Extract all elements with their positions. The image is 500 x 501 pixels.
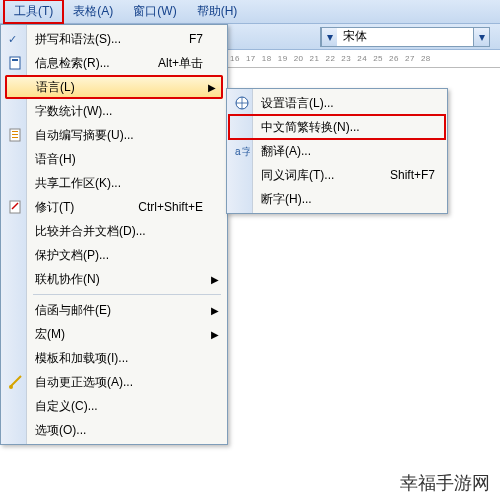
svg-text:✓: ✓ [8, 33, 17, 45]
menu-item-letters-mail[interactable]: 信函与邮件(E) ▶ [3, 298, 225, 322]
ruler-tick: 21 [310, 54, 320, 63]
ruler-tick: 25 [373, 54, 383, 63]
menu-label: 自动更正选项(A)... [35, 374, 203, 391]
menu-item-language[interactable]: 语言(L) ▶ [5, 75, 223, 99]
menu-item-track-changes[interactable]: 修订(T) Ctrl+Shift+E [3, 195, 225, 219]
menu-item-research[interactable]: 信息检索(R)... Alt+单击 [3, 51, 225, 75]
menu-item-shared-workspace[interactable]: 共享工作区(K)... [3, 171, 225, 195]
ruler-tick: 18 [262, 54, 272, 63]
submenu-label: 中文简繁转换(N)... [261, 119, 435, 136]
submenu-item-thesaurus[interactable]: 同义词库(T)... Shift+F7 [229, 163, 445, 187]
svg-rect-2 [12, 59, 18, 61]
submenu-item-hyphenation[interactable]: 断字(H)... [229, 187, 445, 211]
submenu-shortcut: Shift+F7 [390, 168, 435, 182]
menu-label: 自定义(C)... [35, 398, 203, 415]
ruler-tick: 28 [421, 54, 431, 63]
ruler-tick: 22 [325, 54, 335, 63]
menu-label: 信息检索(R)... [35, 55, 148, 72]
menu-item-autocorrect[interactable]: 自动更正选项(A)... [3, 370, 225, 394]
menu-label: 保护文档(P)... [35, 247, 203, 264]
menu-label: 语言(L) [36, 79, 200, 96]
submenu-arrow-icon: ▶ [208, 82, 216, 93]
menu-label: 自动编写摘要(U)... [35, 127, 203, 144]
menu-label: 联机协作(N) [35, 271, 203, 288]
menu-item-macro[interactable]: 宏(M) ▶ [3, 322, 225, 346]
menu-item-speech[interactable]: 语音(H) [3, 147, 225, 171]
menu-table[interactable]: 表格(A) [63, 0, 123, 23]
submenu-arrow-icon: ▶ [211, 305, 219, 316]
menu-window[interactable]: 窗口(W) [123, 0, 186, 23]
menu-label: 语音(H) [35, 151, 203, 168]
menu-label: 拼写和语法(S)... [35, 31, 179, 48]
watermark-text: 幸福手游网 [400, 471, 490, 495]
menu-label: 修订(T) [35, 199, 128, 216]
menu-item-customize[interactable]: 自定义(C)... [3, 394, 225, 418]
menu-tools[interactable]: 工具(T) [4, 0, 63, 23]
submenu-item-set-language[interactable]: 设置语言(L)... [229, 91, 445, 115]
svg-rect-6 [12, 137, 18, 138]
set-language-icon [234, 95, 250, 111]
spelling-icon: ✓ [8, 31, 24, 47]
submenu-item-chinese-convert[interactable]: 中文简繁转换(N)... [229, 115, 445, 139]
menu-item-protect[interactable]: 保护文档(P)... [3, 243, 225, 267]
menu-item-online-collab[interactable]: 联机协作(N) ▶ [3, 267, 225, 291]
menu-item-templates[interactable]: 模板和加载项(I)... [3, 346, 225, 370]
menu-label: 信函与邮件(E) [35, 302, 203, 319]
menu-label: 比较并合并文档(D)... [35, 223, 203, 240]
tools-dropdown: ✓ 拼写和语法(S)... F7 信息检索(R)... Alt+单击 语言(L)… [0, 24, 228, 445]
menu-label: 共享工作区(K)... [35, 175, 203, 192]
ruler-tick: 17 [246, 54, 256, 63]
menu-label: 宏(M) [35, 326, 203, 343]
font-name-label: 宋体 [337, 28, 473, 45]
submenu-label: 断字(H)... [261, 191, 435, 208]
ruler-tick: 23 [341, 54, 351, 63]
menu-shortcut: Ctrl+Shift+E [138, 200, 203, 214]
menu-item-wordcount[interactable]: 字数统计(W)... [3, 99, 225, 123]
svg-rect-5 [12, 134, 18, 135]
menu-item-compare-merge[interactable]: 比较并合并文档(D)... [3, 219, 225, 243]
font-selector[interactable]: ▾ 宋体 ▾ [320, 27, 490, 47]
svg-rect-4 [12, 131, 18, 132]
ruler-tick: 16 [230, 54, 240, 63]
svg-text:a: a [235, 146, 241, 157]
submenu-arrow-icon: ▶ [211, 329, 219, 340]
menu-label: 选项(O)... [35, 422, 203, 439]
ruler-tick: 19 [278, 54, 288, 63]
submenu-label: 翻译(A)... [261, 143, 435, 160]
font-dropdown-left-icon[interactable]: ▾ [321, 28, 337, 46]
svg-text:字: 字 [242, 146, 250, 157]
menu-item-options[interactable]: 选项(O)... [3, 418, 225, 442]
menu-shortcut: F7 [189, 32, 203, 46]
ruler-tick: 26 [389, 54, 399, 63]
svg-point-8 [9, 385, 13, 389]
track-changes-icon [8, 199, 24, 215]
autosummary-icon [8, 127, 24, 143]
menu-label: 模板和加载项(I)... [35, 350, 203, 367]
menu-help[interactable]: 帮助(H) [187, 0, 248, 23]
submenu-item-translate[interactable]: a字 翻译(A)... [229, 139, 445, 163]
svg-rect-1 [10, 57, 20, 69]
submenu-label: 设置语言(L)... [261, 95, 435, 112]
menubar: 工具(T) 表格(A) 窗口(W) 帮助(H) [0, 0, 500, 24]
ruler-tick: 27 [405, 54, 415, 63]
menu-label: 字数统计(W)... [35, 103, 203, 120]
menu-item-autosummary[interactable]: 自动编写摘要(U)... [3, 123, 225, 147]
research-icon [8, 55, 24, 71]
menu-separator [33, 294, 221, 295]
submenu-arrow-icon: ▶ [211, 274, 219, 285]
ruler-tick: 20 [294, 54, 304, 63]
ruler-tick: 24 [357, 54, 367, 63]
language-submenu: 设置语言(L)... 中文简繁转换(N)... a字 翻译(A)... 同义词库… [226, 88, 448, 214]
autocorrect-icon [8, 374, 24, 390]
submenu-label: 同义词库(T)... [261, 167, 382, 184]
font-dropdown-arrow-icon[interactable]: ▾ [473, 28, 489, 46]
menu-item-spelling[interactable]: ✓ 拼写和语法(S)... F7 [3, 27, 225, 51]
translate-icon: a字 [234, 143, 250, 159]
menu-shortcut: Alt+单击 [158, 55, 203, 72]
